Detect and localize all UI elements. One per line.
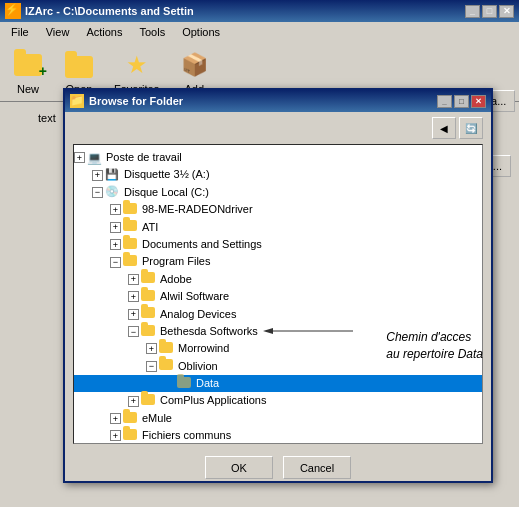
item-label: Fichiers communs (142, 428, 231, 443)
folder-icon (123, 412, 139, 426)
item-label: Disquette 3½ (A:) (124, 167, 210, 182)
dialog-title-text: Browse for Folder (89, 95, 183, 107)
list-item[interactable]: + eMule (74, 410, 482, 427)
dialog-title-left: 📁 Browse for Folder (70, 94, 183, 108)
expand-icon[interactable]: − (92, 187, 103, 198)
item-label: Documents and Settings (142, 237, 262, 252)
minimize-button[interactable]: _ (465, 5, 480, 18)
dialog-bottom-buttons: OK Cancel (65, 448, 491, 487)
menu-tools[interactable]: Tools (133, 25, 171, 39)
menu-options[interactable]: Options (176, 25, 226, 39)
ok-button[interactable]: OK (205, 456, 273, 479)
nav-back-button[interactable]: ◀ (432, 117, 456, 139)
dialog-title-buttons: _ □ ✕ (437, 95, 486, 108)
expand-icon[interactable]: + (128, 396, 139, 407)
expand-icon[interactable]: + (110, 239, 121, 250)
menu-view[interactable]: View (40, 25, 76, 39)
title-left: ⚡ IZArc - C:\Documents and Settin (5, 3, 194, 19)
cancel-button[interactable]: Cancel (283, 456, 351, 479)
dialog-minimize-button[interactable]: _ (437, 95, 452, 108)
folder-icon (177, 377, 193, 391)
nav-refresh-button[interactable]: 🔄 (459, 117, 483, 139)
list-item[interactable]: − Oblivion (74, 358, 482, 375)
title-buttons: _ □ ✕ (465, 5, 514, 18)
item-label: ATI (142, 220, 158, 235)
folder-open-icon (141, 325, 157, 339)
expand-icon[interactable]: − (110, 257, 121, 268)
expand-icon[interactable]: + (92, 170, 103, 181)
item-label: eMule (142, 411, 172, 426)
item-label: Alwil Software (160, 289, 229, 304)
folder-icon (141, 307, 157, 321)
list-item[interactable]: + ComPlus Applications (74, 392, 482, 409)
expand-icon[interactable]: + (110, 413, 121, 424)
list-item[interactable]: + 98-ME-RADEONdriver (74, 201, 482, 218)
list-item[interactable]: − 💿 Disque Local (C:) (74, 184, 482, 201)
list-item[interactable]: + Fichiers communs (74, 427, 482, 444)
list-item[interactable]: + Documents and Settings (74, 236, 482, 253)
folder-icon (123, 238, 139, 252)
expand-icon[interactable]: + (146, 343, 157, 354)
item-label: Bethesda Softworks (160, 324, 258, 339)
expand-icon[interactable]: − (128, 326, 139, 337)
list-item[interactable]: + Adobe (74, 271, 482, 288)
list-item[interactable]: + Alwil Software (74, 288, 482, 305)
item-label: Program Files (142, 254, 210, 269)
open-icon (63, 49, 95, 81)
izarc-titlebar: ⚡ IZArc - C:\Documents and Settin _ □ ✕ (0, 0, 519, 22)
dialog-titlebar: 📁 Browse for Folder _ □ ✕ (65, 90, 491, 112)
item-label: Disque Local (C:) (124, 185, 209, 200)
menu-actions[interactable]: Actions (80, 25, 128, 39)
menu-bar: File View Actions Tools Options (0, 22, 519, 42)
item-label: Morrowind (178, 341, 229, 356)
folder-tree[interactable]: + 💻 Poste de travail + 💾 Disquette 3½ (A… (73, 144, 483, 444)
new-icon (12, 49, 44, 81)
expand-icon[interactable]: + (110, 204, 121, 215)
expand-icon[interactable]: − (146, 361, 157, 372)
expand-icon[interactable]: + (110, 430, 121, 441)
new-button[interactable]: New (5, 44, 51, 100)
folder-icon (123, 203, 139, 217)
expand-icon[interactable]: + (74, 152, 85, 163)
text-label: text (38, 112, 56, 124)
item-label: Poste de travail (106, 150, 182, 165)
browse-dialog: 📁 Browse for Folder _ □ ✕ ◀ 🔄 + 💻 Poste … (63, 88, 493, 483)
item-label: Oblivion (178, 359, 218, 374)
list-item[interactable]: + Analog Devices (74, 306, 482, 323)
tree-scroll: + 💻 Poste de travail + 💾 Disquette 3½ (A… (74, 145, 482, 444)
list-item[interactable]: Data (74, 375, 482, 392)
list-item[interactable]: − Bethesda Softworks (74, 323, 482, 340)
dialog-close-button[interactable]: ✕ (471, 95, 486, 108)
list-item[interactable]: + ATI (74, 219, 482, 236)
item-label: Data (196, 376, 219, 391)
item-label: ComPlus Applications (160, 393, 266, 408)
expand-icon[interactable]: + (128, 291, 139, 302)
dialog-maximize-button[interactable]: □ (454, 95, 469, 108)
folder-icon (159, 342, 175, 356)
folder-open-icon (159, 359, 175, 373)
izarc-title: IZArc - C:\Documents and Settin (25, 5, 194, 17)
disk-icon: 💾 (105, 168, 121, 182)
list-item[interactable]: + 💾 Disquette 3½ (A:) (74, 166, 482, 183)
disk-icon: 💿 (105, 185, 121, 199)
favorites-icon: ★ (121, 49, 153, 81)
close-button[interactable]: ✕ (499, 5, 514, 18)
expand-icon[interactable]: + (128, 274, 139, 285)
expand-icon[interactable]: + (128, 309, 139, 320)
folder-icon (123, 220, 139, 234)
new-label: New (17, 83, 39, 95)
list-item[interactable]: + Morrowind (74, 340, 482, 357)
folder-icon (141, 290, 157, 304)
list-item[interactable]: − Program Files (74, 253, 482, 270)
folder-icon (123, 429, 139, 443)
folder-icon (141, 394, 157, 408)
dialog-title-icon: 📁 (70, 94, 84, 108)
computer-icon: 💻 (87, 151, 103, 165)
add-icon: 📦 (178, 49, 210, 81)
expand-icon[interactable]: + (110, 222, 121, 233)
list-item[interactable]: + 💻 Poste de travail (74, 149, 482, 166)
folder-open-icon (123, 255, 139, 269)
item-label: Analog Devices (160, 307, 236, 322)
menu-file[interactable]: File (5, 25, 35, 39)
maximize-button[interactable]: □ (482, 5, 497, 18)
